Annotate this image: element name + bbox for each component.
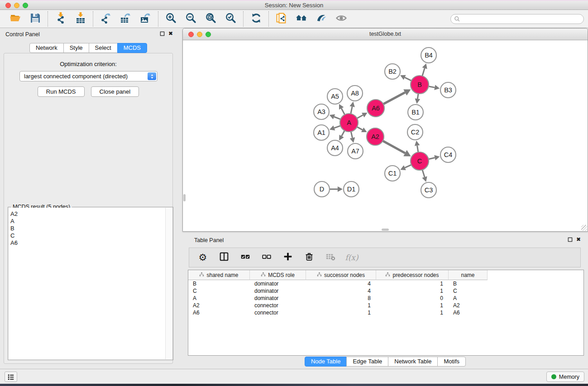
export-table-button[interactable] <box>120 13 132 25</box>
result-item[interactable]: A2 <box>10 210 165 218</box>
deselect-all-button[interactable] <box>261 252 272 263</box>
control-panel-title: Control Panel <box>5 31 40 38</box>
resize-grip[interactable] <box>581 225 587 231</box>
table-row[interactable]: A6connector11A6 <box>188 309 488 316</box>
network-graph[interactable]: B4B2BB3A5A8A6B1A3AC2A1A2A4A7C4CC1C3DD1 <box>183 40 588 232</box>
edge-C-C4[interactable] <box>429 158 435 159</box>
float-table-panel-icon[interactable] <box>568 237 573 242</box>
zoom-in-button[interactable] <box>165 13 177 25</box>
network-canvas[interactable]: B4B2BB3A5A8A6B1A3AC2A1A2A4A7C4CC1C3DD1 <box>183 40 588 231</box>
result-item[interactable]: B <box>10 225 165 232</box>
delete-table-icon <box>325 251 336 264</box>
show-hide-graphics-button[interactable] <box>335 13 347 25</box>
column-layout-button[interactable] <box>218 252 230 263</box>
show-graphics-details-button[interactable] <box>315 13 327 25</box>
table-row[interactable]: Bdominator41B <box>188 280 488 287</box>
edge-A-A2[interactable] <box>357 127 363 130</box>
result-item[interactable]: A6 <box>10 239 165 247</box>
edge-A-A7[interactable] <box>351 132 352 138</box>
add-entry-button[interactable] <box>282 252 294 263</box>
column-header-predecessor-nodes[interactable]: predecessor nodes <box>376 270 449 280</box>
search-input[interactable] <box>460 15 583 23</box>
table-tab-network-table[interactable]: Network Table <box>388 357 438 367</box>
export-network-button[interactable] <box>100 13 112 25</box>
edge-B-B3[interactable] <box>429 86 435 88</box>
delete-entry-button[interactable] <box>303 252 315 263</box>
result-item[interactable]: A <box>10 218 165 225</box>
edge-C-C1[interactable] <box>405 165 411 167</box>
export-image-button[interactable] <box>139 13 152 25</box>
column-tree-icon <box>199 272 204 278</box>
edge-C-C3[interactable] <box>422 170 425 177</box>
new-network-from-selection-button[interactable] <box>275 13 287 25</box>
tab-mcds[interactable]: MCDS <box>117 43 147 53</box>
table-tabs: Node TableEdge TableNetwork TableMotifs <box>182 357 588 367</box>
tab-select[interactable]: Select <box>89 43 118 53</box>
app-titlebar: Session: New Session <box>0 0 588 10</box>
tab-style[interactable]: Style <box>63 43 89 53</box>
result-item[interactable]: C <box>10 232 165 239</box>
column-tree-icon <box>317 272 322 278</box>
edge-A-A8[interactable] <box>351 107 352 114</box>
optimization-criterion-label: Optimization criterion: <box>4 61 172 67</box>
import-network-button[interactable] <box>54 13 67 25</box>
graph-node-label-A6: A6 <box>372 105 380 112</box>
result-scrollbar[interactable] <box>165 208 172 359</box>
cell: C <box>188 287 250 295</box>
import-table-button[interactable] <box>74 13 86 25</box>
column-header-MCDS-role[interactable]: MCDS role <box>250 270 306 280</box>
edge-B-B1[interactable] <box>417 94 418 99</box>
close-panel-icon[interactable]: ✖ <box>168 31 173 36</box>
search-icon <box>454 16 460 22</box>
edge-A-A4[interactable] <box>342 131 345 136</box>
column-header-shared-name[interactable]: shared name <box>188 270 250 280</box>
horizontal-scrollbar[interactable] <box>183 228 588 231</box>
zoom-selected-button[interactable] <box>225 13 237 25</box>
criterion-select[interactable]: largest connected component (directed) <box>19 71 158 81</box>
select-all-button[interactable] <box>239 252 251 263</box>
column-header-name[interactable]: name <box>449 270 488 280</box>
tab-network[interactable]: Network <box>29 43 64 53</box>
mcds-result-list: A2ABCA6 <box>9 208 165 359</box>
close-panel-button[interactable]: Close panel <box>91 86 139 97</box>
edge-A-A6[interactable] <box>357 115 363 118</box>
close-table-panel-icon[interactable]: ✖ <box>576 237 581 242</box>
first-neighbors-button[interactable] <box>295 13 307 25</box>
save-session-button[interactable] <box>29 13 41 25</box>
table-row[interactable]: Cdominator41C <box>188 287 488 295</box>
table-tab-node-table[interactable]: Node Table <box>305 357 347 367</box>
table-tab-motifs[interactable]: Motifs <box>437 357 466 367</box>
table-tab-edge-table[interactable]: Edge Table <box>346 357 388 367</box>
run-mcds-button[interactable]: Run MCDS <box>38 86 85 97</box>
delete-table-button <box>325 252 336 263</box>
float-panel-icon[interactable] <box>160 31 165 36</box>
edge-A-A5[interactable] <box>341 109 344 115</box>
cell: B <box>188 280 250 287</box>
cell: A <box>188 295 250 302</box>
edge-B-B4[interactable] <box>422 68 425 76</box>
table-row[interactable]: A2connector11A2 <box>188 302 488 309</box>
memory-button[interactable]: Memory <box>546 372 584 382</box>
table-settings-button[interactable]: ⚙ <box>197 252 209 263</box>
zoom-out-button[interactable] <box>185 13 197 25</box>
edge-A2-C[interactable] <box>383 141 405 153</box>
zoom-fit-button[interactable] <box>205 13 217 25</box>
open-file-button[interactable] <box>9 13 21 25</box>
column-header-successor-nodes[interactable]: successor nodes <box>306 270 376 280</box>
edge-A-A3[interactable] <box>334 117 340 119</box>
node-table: shared nameMCDS rolesuccessor nodesprede… <box>188 270 584 356</box>
edge-A-A1[interactable] <box>334 126 340 128</box>
new-network-from-selection-icon <box>276 12 287 26</box>
refresh-network-button[interactable] <box>250 13 262 25</box>
task-history-button[interactable] <box>5 372 17 382</box>
cell: 1 <box>376 287 449 295</box>
edge-B-B2[interactable] <box>405 77 411 81</box>
edge-arrowhead <box>422 176 427 182</box>
cell: 1 <box>306 309 376 316</box>
graph-node-label-A7: A7 <box>351 148 359 155</box>
edge-C-C2[interactable] <box>417 146 418 152</box>
vertical-scrollbar[interactable] <box>183 40 186 231</box>
edge-A6-B[interactable] <box>383 92 405 104</box>
cell: A <box>449 295 488 302</box>
table-row[interactable]: Adominator80A <box>188 295 488 302</box>
